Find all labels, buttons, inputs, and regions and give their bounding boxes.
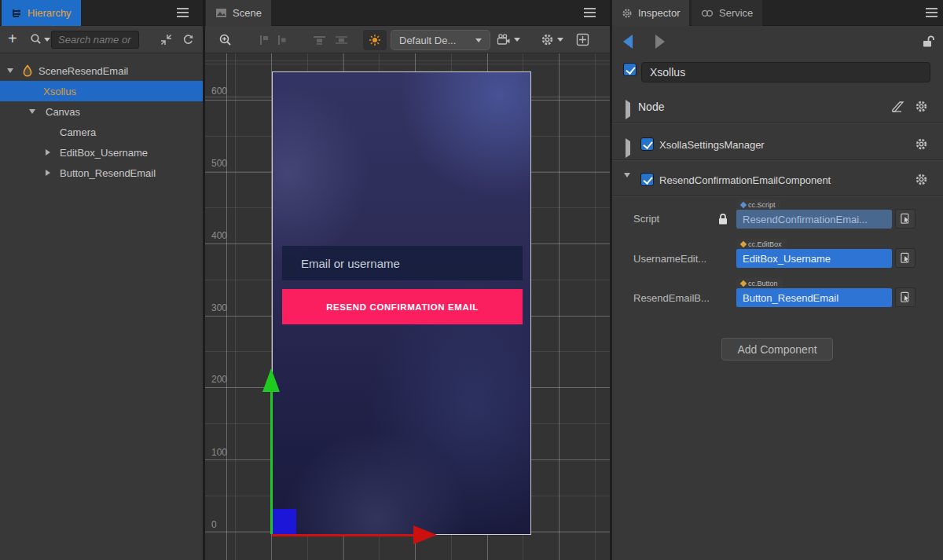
scene-menu-icon[interactable] bbox=[584, 12, 596, 13]
camera-icon bbox=[497, 33, 511, 46]
expand-arrow-icon[interactable] bbox=[46, 170, 50, 176]
scene-asset-icon bbox=[21, 64, 34, 77]
username-type-badge: cc.EditBox bbox=[736, 239, 787, 249]
camera-dropdown[interactable] bbox=[497, 33, 520, 46]
distribute-top-icon[interactable] bbox=[313, 35, 326, 46]
resend-email-button[interactable]: RESEND CONFIRMATION EMAIL bbox=[282, 289, 523, 324]
scene-settings-dropdown[interactable] bbox=[541, 33, 563, 46]
y-axis-line[interactable] bbox=[270, 391, 273, 534]
align-center-icon[interactable] bbox=[276, 35, 288, 46]
script-prop-label: Script bbox=[633, 213, 659, 225]
button-type-diamond-icon bbox=[740, 280, 747, 286]
hierarchy-toolbar: + bbox=[0, 26, 203, 53]
grid-view-icon[interactable] bbox=[576, 33, 589, 46]
script-picker-button[interactable] bbox=[895, 209, 915, 229]
align-left-icon[interactable] bbox=[259, 35, 270, 46]
tab-service[interactable]: Service bbox=[692, 0, 762, 26]
tab-hierarchy[interactable]: Hierarchy bbox=[2, 0, 81, 26]
component-gear-icon[interactable] bbox=[915, 137, 928, 151]
username-picker-button[interactable] bbox=[895, 248, 915, 268]
unlock-icon[interactable] bbox=[922, 35, 934, 48]
search-input[interactable] bbox=[51, 31, 139, 49]
gear-icon bbox=[541, 33, 554, 46]
add-node-button[interactable]: + bbox=[8, 30, 17, 48]
expand-arrow-icon[interactable] bbox=[7, 68, 13, 73]
search-filter-button[interactable] bbox=[30, 33, 50, 46]
resend-ref-field[interactable]: Button_ResendEmail bbox=[736, 288, 892, 307]
scene-panel: Scene Defau bbox=[205, 0, 610, 560]
ruler-label: 400 bbox=[211, 230, 227, 241]
username-prop-label: UsernameEdit... bbox=[633, 253, 706, 265]
tab-scene[interactable]: Scene bbox=[206, 0, 271, 26]
distribute-middle-icon[interactable] bbox=[335, 35, 348, 46]
inspector-menu-icon[interactable] bbox=[926, 12, 937, 13]
scene-tabbar: Scene bbox=[205, 0, 610, 26]
lighting-toggle[interactable] bbox=[363, 30, 387, 50]
search-icon bbox=[30, 33, 42, 46]
tree-item-label: Canvas bbox=[46, 106, 80, 118]
tree-item-camera[interactable]: Camera bbox=[0, 122, 203, 142]
tree-item-button[interactable]: Button_ResendEmail bbox=[0, 163, 203, 183]
scene-toolbar: Default De... bbox=[205, 26, 610, 53]
tree-item-label: Camera bbox=[60, 126, 96, 138]
ruler-label: 100 bbox=[211, 447, 227, 458]
expand-arrow-icon[interactable] bbox=[46, 149, 50, 156]
dropdown-caret-icon bbox=[514, 38, 520, 42]
hierarchy-menu-icon[interactable] bbox=[177, 12, 189, 13]
email-editbox[interactable]: Email or username bbox=[282, 246, 523, 280]
section-divider bbox=[612, 123, 943, 123]
node-section-arrow-icon[interactable] bbox=[626, 103, 630, 117]
component-gear-icon[interactable] bbox=[915, 173, 928, 186]
tree-item-canvas[interactable]: Canvas bbox=[0, 101, 203, 122]
history-forward-button[interactable] bbox=[655, 35, 665, 49]
zoom-region-icon[interactable] bbox=[218, 33, 233, 47]
hierarchy-tabbar: Hierarchy bbox=[0, 0, 203, 26]
tab-service-label: Service bbox=[719, 7, 753, 19]
refresh-icon[interactable] bbox=[182, 33, 195, 46]
x-axis-line[interactable] bbox=[272, 534, 415, 536]
add-component-button[interactable]: Add Component bbox=[721, 338, 833, 361]
tree-item-xsollus[interactable]: Xsollus bbox=[0, 81, 203, 101]
tab-inspector-label: Inspector bbox=[638, 7, 680, 19]
resend-prop-label: ResendEmailB... bbox=[633, 292, 710, 304]
resolution-dropdown[interactable]: Default De... bbox=[391, 30, 490, 50]
settings-manager-checkbox[interactable] bbox=[640, 137, 654, 151]
resolution-dropdown-value: Default De... bbox=[399, 35, 456, 46]
section-divider bbox=[612, 196, 943, 196]
picker-cursor-icon bbox=[900, 252, 912, 264]
tree-item-label: Xsollus bbox=[43, 86, 76, 97]
tab-inspector[interactable]: Inspector bbox=[612, 0, 689, 26]
resend-picker-button[interactable] bbox=[895, 287, 915, 307]
game-canvas-preview[interactable]: Email or username RESEND CONFIRMATION EM… bbox=[272, 71, 531, 535]
node-gear-icon[interactable] bbox=[915, 100, 928, 113]
light-sun-icon bbox=[369, 34, 381, 46]
ruler-label: 600 bbox=[211, 86, 227, 97]
dropdown-caret-icon bbox=[557, 38, 563, 42]
origin-handle[interactable] bbox=[273, 509, 296, 534]
node-name-input[interactable] bbox=[641, 62, 930, 82]
inspector-gear-icon bbox=[622, 8, 633, 19]
scene-viewport[interactable]: 600 500 400 300 200 100 0 Email or usern… bbox=[205, 53, 610, 560]
picker-cursor-icon bbox=[900, 213, 912, 225]
script-ref-field[interactable]: ResendConfirmationEmai... bbox=[736, 210, 892, 229]
ruler-label: 0 bbox=[211, 519, 217, 530]
node-section-label: Node bbox=[638, 101, 664, 113]
tree-item-scene[interactable]: SceneResendEmail bbox=[0, 60, 203, 81]
tree-item-label: EditBox_Username bbox=[60, 147, 148, 159]
tree-item-editbox[interactable]: EditBox_Username bbox=[0, 142, 203, 163]
expand-arrow-icon[interactable] bbox=[29, 109, 35, 114]
y-axis-arrow-icon[interactable] bbox=[262, 368, 280, 392]
node-docs-icon[interactable] bbox=[890, 101, 904, 113]
history-back-button[interactable] bbox=[623, 35, 633, 49]
resend-component-arrow-icon[interactable] bbox=[624, 178, 630, 192]
node-active-checkbox[interactable] bbox=[623, 63, 637, 76]
resend-component-checkbox[interactable] bbox=[640, 173, 654, 186]
hierarchy-tree: SceneResendEmail Xsollus Canvas Camera E… bbox=[0, 53, 203, 560]
lock-icon[interactable] bbox=[717, 213, 728, 225]
collapse-all-icon[interactable] bbox=[160, 33, 173, 46]
username-ref-field[interactable]: EditBox_Username bbox=[736, 249, 892, 268]
settings-manager-arrow-icon[interactable] bbox=[626, 141, 630, 156]
picker-cursor-icon bbox=[900, 291, 912, 303]
script-type-badge: cc.Script bbox=[736, 199, 780, 210]
x-axis-arrow-icon[interactable] bbox=[413, 525, 437, 544]
